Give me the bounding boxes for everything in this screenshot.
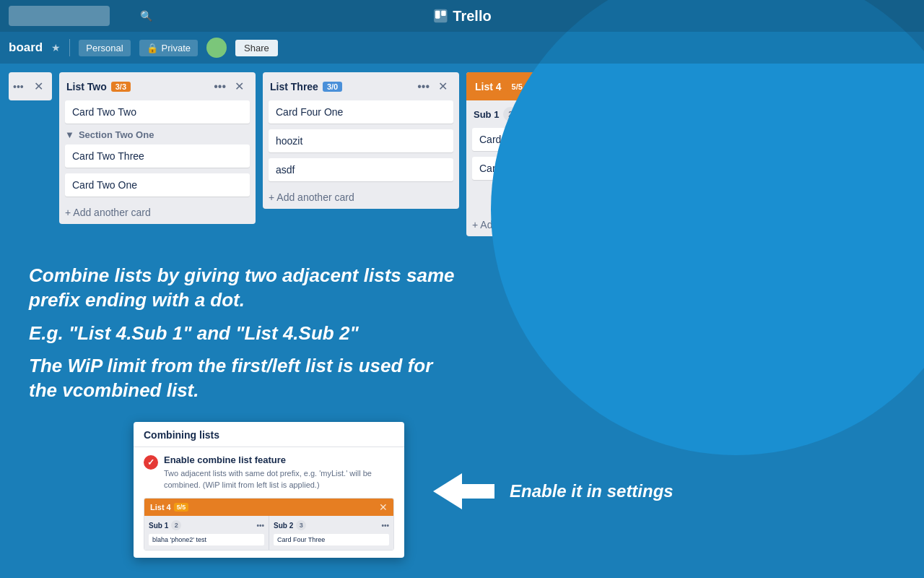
card-four-two[interactable]: Card Four Two bbox=[676, 157, 867, 180]
list-two-title: List Two bbox=[66, 81, 107, 92]
list-four-close-button[interactable]: ✕ bbox=[845, 78, 863, 95]
mini-sub-1-title: Sub 1 bbox=[149, 522, 168, 530]
card-4-1[interactable]: Card 4.1 bbox=[472, 128, 663, 151]
arrow-icon bbox=[411, 470, 498, 513]
star-icon[interactable]: ★ bbox=[51, 42, 61, 53]
list-three-header: List Three 3/0 ••• ✕ bbox=[263, 72, 459, 100]
list-two-add-card-button[interactable]: + Add another card bbox=[59, 202, 256, 224]
search-bar[interactable]: 🔍 bbox=[9, 6, 110, 26]
sub-list-1-add-label: + Add another card bbox=[472, 219, 558, 230]
mini-sub-2-count: 3 bbox=[296, 520, 306, 530]
mini-sub-2-header: Sub 2 3 ••• bbox=[274, 519, 389, 532]
nav-divider bbox=[69, 39, 70, 56]
mini-sub-1-dots: ••• bbox=[256, 522, 264, 530]
partial-dots: ••• bbox=[13, 81, 24, 92]
avatar[interactable] bbox=[206, 38, 227, 58]
popup-check-label: Enable combine list feature bbox=[164, 454, 394, 465]
sub-list-2-header: Sub 2 3 ••• bbox=[670, 100, 873, 128]
sub-list-2-add-card-button[interactable]: + Add another card bbox=[670, 215, 873, 236]
card-four-one[interactable]: Card Four One bbox=[269, 100, 453, 124]
card-two-one-text: Card Two One bbox=[72, 179, 137, 191]
card-two-three[interactable]: Card Two Three bbox=[65, 144, 250, 168]
list-three-title: List Three bbox=[270, 81, 318, 92]
list-two-header-left: List Two 3/3 bbox=[66, 81, 131, 92]
section-two-one: ▼ Section Two One bbox=[65, 129, 250, 140]
list-three-menu-button[interactable]: ••• bbox=[413, 79, 434, 95]
card-hoozit[interactable]: hoozit bbox=[269, 129, 453, 152]
svg-marker-3 bbox=[433, 473, 494, 509]
instructions-block: Combine lists by giving two adjacent lis… bbox=[29, 264, 462, 412]
top-nav: 🔍 Trello bbox=[0, 0, 924, 32]
sub-list-1-header: Sub 1 2 ••• bbox=[466, 100, 669, 128]
sub-list-2-header-left: Sub 2 3 bbox=[677, 107, 721, 121]
partial-list-close-button[interactable]: ✕ bbox=[30, 78, 48, 95]
enable-checkbox[interactable]: ✓ bbox=[144, 455, 158, 470]
list-two-menu-button[interactable]: ••• bbox=[209, 79, 230, 95]
mini-sub-1: Sub 1 2 ••• blaha 'phone2' test bbox=[144, 516, 269, 550]
list-two-cards: Card Two Two ▼ Section Two One Card Two … bbox=[59, 100, 256, 202]
list-fo-header: List Fo + bbox=[879, 72, 924, 97]
sub-list-2-cards: Card Four Three Card Four Two test2 bbox=[670, 128, 873, 215]
list-four-combined: List 4 5/5 ✕ Sub 1 2 ••• Card 4.1 bbox=[466, 72, 872, 236]
card-asdf[interactable]: asdf bbox=[269, 158, 453, 181]
card-4-2[interactable]: Card 4.2 bbox=[472, 157, 663, 180]
list-three: List Three 3/0 ••• ✕ Card Four One hoozi… bbox=[263, 72, 459, 209]
list-two-close-button[interactable]: ✕ bbox=[230, 78, 248, 95]
card-hoozit-text: hoozit bbox=[276, 135, 302, 147]
card-test2[interactable]: test2 bbox=[676, 186, 867, 209]
list-four-title-group: List 4 5/5 bbox=[475, 81, 527, 92]
trello-brand-icon bbox=[432, 8, 448, 24]
personal-label: Personal bbox=[86, 43, 123, 53]
card-two-two-text: Card Two Two bbox=[72, 106, 136, 118]
sub-list-2-menu-button[interactable]: ••• bbox=[844, 106, 865, 122]
mini-sub-2: Sub 2 3 ••• Card Four Three bbox=[269, 516, 393, 550]
search-icon: 🔍 bbox=[140, 10, 152, 22]
partial-list-header: ••• ✕ bbox=[9, 72, 52, 100]
card-two-one[interactable]: Card Two One bbox=[65, 173, 250, 197]
list-three-close-button[interactable]: ✕ bbox=[434, 78, 452, 95]
arrow-section: Enable it in settings bbox=[411, 470, 674, 513]
lock-icon: 🔒 bbox=[147, 43, 158, 53]
sub-list-2-count: 3 bbox=[707, 107, 721, 121]
sub-list-1-title: Sub 1 bbox=[474, 109, 499, 120]
mini-close-icon: ✕ bbox=[379, 501, 388, 513]
mini-card-2-text: Card Four Three bbox=[277, 536, 325, 543]
list-four-title: List 4 bbox=[475, 81, 502, 92]
sub-list-1-count: 2 bbox=[503, 107, 518, 121]
list-fo-title: List Fo bbox=[886, 79, 915, 90]
card-two-three-text: Card Two Three bbox=[72, 150, 144, 162]
list-four-badge: 5/5 bbox=[507, 82, 527, 92]
svg-rect-2 bbox=[441, 11, 445, 16]
personal-button[interactable]: Personal bbox=[79, 40, 130, 56]
mini-sub-2-title: Sub 2 bbox=[274, 522, 293, 530]
sub-list-1-header-left: Sub 1 2 bbox=[474, 107, 518, 121]
card-test2-text: test2 bbox=[683, 191, 705, 203]
private-button[interactable]: 🔒 Private bbox=[139, 40, 198, 56]
mini-preview-title-group: List 4 5/5 bbox=[150, 503, 188, 512]
list-three-add-card-button[interactable]: + Add another card bbox=[263, 187, 459, 209]
card-four-three[interactable]: Card Four Three bbox=[676, 128, 867, 151]
sub-list-1-menu-button[interactable]: ••• bbox=[641, 106, 662, 122]
share-label: Share bbox=[244, 43, 269, 53]
check-mark-icon: ✓ bbox=[147, 457, 154, 467]
private-label: Private bbox=[162, 43, 191, 53]
partial-list-left: ••• ✕ bbox=[9, 72, 52, 100]
card-four-one-text: Card Four One bbox=[276, 106, 343, 118]
search-input[interactable] bbox=[14, 6, 136, 26]
popup-desc: Two adjacent lists with same dot prefix,… bbox=[164, 468, 394, 491]
section-two-one-text: Section Two One bbox=[79, 129, 154, 140]
sub-list-2: Sub 2 3 ••• Card Four Three Card Four Tw… bbox=[670, 100, 873, 236]
list-two-add-label: + Add another card bbox=[65, 207, 151, 218]
popup-title: Combining lists bbox=[134, 422, 404, 447]
mini-sub-2-dots: ••• bbox=[381, 522, 389, 530]
list-three-header-left: List Three 3/0 bbox=[270, 81, 342, 92]
mini-card-1-text: blaha 'phone2' test bbox=[152, 536, 206, 543]
share-button[interactable]: Share bbox=[235, 40, 278, 56]
board-nav: board ★ Personal 🔒 Private Share bbox=[0, 32, 924, 64]
sub-list-1-add-card-button[interactable]: + Add another card bbox=[466, 215, 669, 236]
card-two-two[interactable]: Card Two Two bbox=[65, 100, 250, 124]
instruction-line1: Combine lists by giving two adjacent lis… bbox=[29, 264, 462, 313]
list-fo-partial: List Fo + bbox=[879, 72, 924, 97]
list-three-cards: Card Four One hoozit asdf bbox=[263, 100, 459, 187]
card-four-three-text: Card Four Three bbox=[683, 134, 757, 145]
